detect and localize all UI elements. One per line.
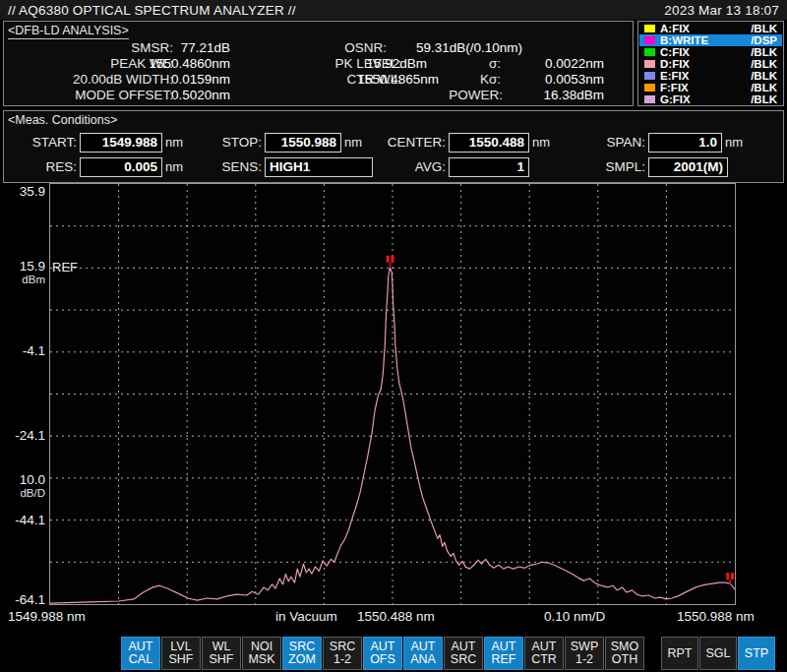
center-field[interactable]: 1550.488 <box>449 133 529 153</box>
rpt-button[interactable]: RPT <box>661 637 698 670</box>
spectrum-plot[interactable] <box>49 183 736 605</box>
smpl-field[interactable]: 2001(M) <box>648 157 728 177</box>
softkey-group: AUTCAL LVLSHF WLSHF NOIMSK SRCZOM SRC1-2… <box>121 637 644 670</box>
softkey-wl-shf[interactable]: WLSHF <box>202 637 241 670</box>
ksigma-value: 0.0053nm <box>515 72 604 88</box>
smsr-value: 77.21dB <box>112 40 230 56</box>
trace-d-color-swatch <box>644 60 655 68</box>
softkey-src-1-2[interactable]: SRC1-2 <box>323 637 362 670</box>
sigma-value: 0.0022nm <box>515 56 604 72</box>
dfb-ld-analysis-panel: <DFB-LD ANALYSIS> SMSR: 77.21dB PEAK WL:… <box>3 21 634 106</box>
vacuum-label: in Vacuum <box>275 609 337 624</box>
sgl-button[interactable]: SGL <box>699 637 737 670</box>
trace-f-name: F:FIX <box>660 82 689 93</box>
softkey-aut-cal[interactable]: AUTCAL <box>121 637 160 670</box>
softkey-lvl-shf[interactable]: LVLSHF <box>161 637 201 670</box>
trace-g-color-swatch <box>644 95 655 103</box>
avg-field[interactable]: 1 <box>449 157 529 177</box>
width-20db-value: 0.0159nm <box>112 72 230 88</box>
softkey-src-zom[interactable]: SRCZOM <box>282 637 322 670</box>
analysis-panel-title: <DFB-LD ANALYSIS> <box>8 24 129 39</box>
osa-screen: // AQ6380 OPTICAL SPECTRUM ANALYZER // 2… <box>0 0 787 672</box>
y-tick-4: -44.1 <box>0 513 45 527</box>
power-label: POWER: <box>437 88 503 103</box>
trace-a-status: /BLK <box>751 23 777 34</box>
trace-c-name: C:FIX <box>660 46 690 58</box>
x-scale-label: 0.10 nm/D <box>544 609 605 624</box>
mode-offset-value: 0.5020nm <box>112 88 230 103</box>
trace-a-name: A:FIX <box>660 23 690 34</box>
osnr-value: 59.31dB(/0.10nm) <box>394 40 522 56</box>
smpl-label: SMPL: <box>565 157 645 177</box>
trace-legend: A:FIX /BLK B:WRITE /DSP C:FIX /BLK D:FIX… <box>637 21 784 106</box>
sigma-label: σ: <box>437 56 501 72</box>
sens-field[interactable]: HIGH1 <box>265 157 373 177</box>
start-field[interactable]: 1549.988 <box>80 133 162 153</box>
trace-row-g[interactable]: G:FIX /BLK <box>639 93 782 105</box>
meas-conditions-panel: <Meas. Conditions> START: 1549.988 nm ST… <box>3 110 784 183</box>
trace-e-color-swatch <box>644 72 655 80</box>
stp-button[interactable]: STP <box>738 637 775 670</box>
y-tick-ref: 15.9 <box>0 259 45 274</box>
trace-f-status: /BLK <box>751 82 777 93</box>
x-tick-center: 1550.488 nm <box>357 609 435 624</box>
softkey-aut-src[interactable]: AUTSRC <box>444 637 483 670</box>
res-label: RES: <box>4 157 77 177</box>
y-scale-unit: dB/D <box>0 487 45 499</box>
y-scale-value: 10.0 <box>0 472 45 487</box>
trace-d-name: D:FIX <box>660 58 690 70</box>
pk-level-value: 15.92dBm <box>329 56 427 72</box>
trace-g-status: /BLK <box>751 93 777 105</box>
peak-wl-value: 1550.4860nm <box>112 56 230 72</box>
clock: 2023 Mar 13 18:07 <box>664 3 779 18</box>
trace-e-name: E:FIX <box>660 70 689 82</box>
spectrum-chart-area: 35.9 15.9 dBm -4.1 -24.1 10.0 dB/D -44.1… <box>0 183 787 632</box>
y-ref-unit: dBm <box>0 274 45 285</box>
res-field[interactable]: 0.005 <box>80 157 162 177</box>
trace-row-d[interactable]: D:FIX /BLK <box>639 58 782 70</box>
softkey-smo-oth[interactable]: SMOOTH <box>605 637 644 670</box>
trace-e-status: /BLK <box>751 70 777 82</box>
x-tick-start: 1549.988 nm <box>8 609 86 624</box>
trace-svg <box>50 184 735 604</box>
softkey-aut-ctr[interactable]: AUTCTR <box>524 637 564 670</box>
app-title: // AQ6380 OPTICAL SPECTRUM ANALYZER // <box>8 3 296 18</box>
trace-f-color-swatch <box>644 84 655 92</box>
avg-label: AVG: <box>358 157 446 177</box>
span-field[interactable]: 1.0 <box>648 133 722 153</box>
center-unit: nm <box>532 133 550 153</box>
run-key-group: RPT SGL STP <box>661 637 775 670</box>
softkey-aut-ana[interactable]: AUTANA <box>403 637 443 670</box>
y-tick-2: -4.1 <box>0 343 45 358</box>
trace-row-f[interactable]: F:FIX /BLK <box>639 82 782 93</box>
trace-d-status: /BLK <box>751 58 777 70</box>
span-unit: nm <box>725 133 743 153</box>
span-label: SPAN: <box>565 133 645 153</box>
ksigma-label: Kσ: <box>437 72 501 88</box>
center-label: CENTER: <box>358 133 446 153</box>
softkey-aut-ofs[interactable]: AUTOFS <box>363 637 402 670</box>
stop-label: STOP: <box>181 133 262 153</box>
ref-line-label: REF <box>52 260 78 275</box>
softkey-aut-ref[interactable]: AUTREF <box>484 637 523 670</box>
sens-label: SENS: <box>181 157 262 177</box>
start-label: START: <box>4 133 77 153</box>
trace-a-color-swatch <box>644 25 655 32</box>
x-tick-stop: 1550.988 nm <box>677 609 755 624</box>
trace-row-a[interactable]: A:FIX /BLK <box>639 23 782 34</box>
y-tick-top: 35.9 <box>0 184 45 199</box>
trace-b-color-swatch <box>644 36 655 44</box>
trace-b-name: B:WRITE <box>660 34 708 46</box>
trace-row-e[interactable]: E:FIX /BLK <box>639 70 782 82</box>
osnr-label: OSNR: <box>250 40 387 56</box>
title-bar: // AQ6380 OPTICAL SPECTRUM ANALYZER // 2… <box>0 0 787 20</box>
softkey-toolbar: AUTCAL LVLSHF WLSHF NOIMSK SRCZOM SRC1-2… <box>0 637 787 672</box>
y-tick-bottom: -64.1 <box>0 592 45 607</box>
stop-field[interactable]: 1550.988 <box>265 133 341 153</box>
trace-row-b[interactable]: B:WRITE /DSP <box>639 34 782 46</box>
trace-c-status: /BLK <box>751 46 777 58</box>
trace-g-name: G:FIX <box>660 93 691 105</box>
trace-row-c[interactable]: C:FIX /BLK <box>639 46 782 58</box>
softkey-swp-1-2[interactable]: SWP1-2 <box>565 637 604 670</box>
softkey-noi-msk[interactable]: NOIMSK <box>242 637 281 670</box>
